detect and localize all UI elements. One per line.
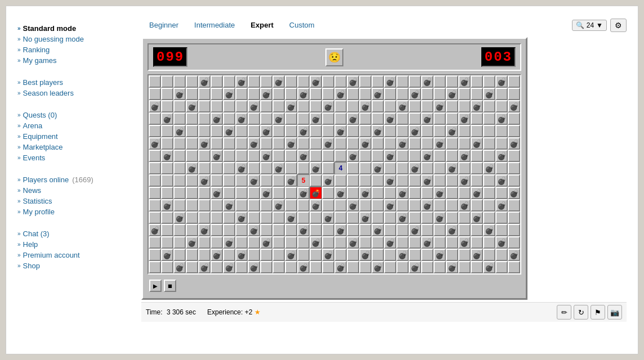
ms-cell[interactable] — [458, 137, 471, 150]
ms-cell[interactable] — [211, 75, 223, 88]
ms-cell[interactable] — [483, 174, 495, 187]
sidebar-item-ranking[interactable]: » Ranking — [17, 44, 130, 55]
ms-cell[interactable] — [384, 137, 396, 150]
ms-cell[interactable] — [211, 162, 223, 174]
ms-cell[interactable] — [334, 75, 347, 88]
ms-cell[interactable] — [372, 187, 384, 199]
ms-cell[interactable]: 💣 — [409, 224, 421, 236]
ms-cell[interactable]: 💣 — [260, 125, 272, 137]
ms-cell[interactable]: 💣 — [322, 100, 334, 112]
ms-cell[interactable] — [248, 199, 260, 212]
ms-cell[interactable]: 💣 — [458, 174, 471, 187]
ms-cell[interactable]: 💣 — [495, 150, 508, 162]
ms-cell[interactable] — [223, 187, 235, 199]
ms-cell[interactable] — [359, 174, 372, 187]
ms-cell[interactable] — [495, 100, 508, 112]
ms-cell[interactable] — [272, 224, 285, 236]
ms-cell[interactable] — [149, 162, 161, 174]
ms-cell[interactable] — [334, 249, 347, 261]
ms-cell[interactable]: 💣 — [446, 224, 458, 236]
ms-cell[interactable]: 💣 — [285, 174, 297, 187]
ms-cell[interactable] — [260, 249, 272, 261]
ms-cell[interactable] — [458, 100, 471, 112]
ms-cell[interactable] — [223, 137, 235, 150]
ms-cell[interactable] — [347, 174, 359, 187]
ms-cell[interactable] — [248, 249, 260, 261]
ms-cell[interactable]: 💣 — [322, 174, 334, 187]
ms-cell[interactable] — [347, 187, 359, 199]
ms-cell[interactable] — [334, 112, 347, 125]
ms-cell[interactable]: 💣 — [384, 174, 396, 187]
ms-cell[interactable] — [211, 212, 223, 224]
ms-cell[interactable] — [483, 100, 495, 112]
ms-cell[interactable] — [471, 75, 483, 88]
ms-cell[interactable]: 💣 — [495, 75, 508, 88]
ms-cell[interactable]: 💣 — [372, 125, 384, 137]
ms-cell[interactable] — [372, 199, 384, 212]
ms-cell[interactable] — [186, 75, 198, 88]
sidebar-item-season-leaders[interactable]: » Season leaders — [17, 88, 130, 98]
ms-cell[interactable] — [334, 212, 347, 224]
ms-cell[interactable] — [433, 224, 446, 236]
ms-cell[interactable] — [310, 150, 322, 162]
ms-cell[interactable] — [272, 261, 285, 273]
sidebar-item-quests[interactable]: » Quests (0) — [17, 110, 130, 120]
ms-cell[interactable] — [446, 236, 458, 249]
ms-cell[interactable] — [260, 137, 272, 150]
ms-cell[interactable] — [272, 125, 285, 137]
ms-cell[interactable] — [297, 199, 310, 212]
ms-cell[interactable] — [223, 162, 235, 174]
ms-cell[interactable]: 💣 — [458, 112, 471, 125]
ms-cell[interactable] — [161, 88, 173, 100]
ms-cell[interactable] — [508, 150, 520, 162]
ms-cell[interactable] — [223, 112, 235, 125]
ms-cell[interactable] — [322, 125, 334, 137]
ms-cell[interactable] — [384, 261, 396, 273]
sidebar-item-equipment[interactable]: » Equipment — [17, 131, 130, 142]
ms-cell[interactable] — [483, 112, 495, 125]
ms-cell[interactable] — [149, 125, 161, 137]
ms-cell[interactable] — [211, 199, 223, 212]
ms-cell[interactable] — [272, 137, 285, 150]
ms-cell[interactable] — [446, 174, 458, 187]
ms-cell[interactable] — [310, 249, 322, 261]
ms-cell[interactable] — [149, 150, 161, 162]
ms-cell[interactable] — [260, 199, 272, 212]
ms-cell[interactable]: 💣 — [198, 261, 211, 273]
ms-cell[interactable] — [223, 75, 235, 88]
ms-cell[interactable]: 💣 — [433, 249, 446, 261]
ms-cell[interactable] — [173, 236, 186, 249]
ms-cell[interactable] — [384, 88, 396, 100]
ms-cell[interactable] — [310, 137, 322, 150]
ms-cell[interactable] — [421, 125, 433, 137]
ms-cell[interactable] — [334, 199, 347, 212]
ms-cell[interactable] — [334, 236, 347, 249]
ms-cell[interactable] — [372, 150, 384, 162]
ms-cell[interactable] — [235, 100, 248, 112]
ms-cell[interactable] — [359, 236, 372, 249]
ms-cell[interactable] — [421, 88, 433, 100]
ms-cell[interactable] — [458, 88, 471, 100]
ms-cell[interactable]: 💣 — [446, 261, 458, 273]
tab-custom[interactable]: Custom — [281, 17, 323, 33]
ms-cell[interactable] — [173, 249, 186, 261]
ms-cell[interactable] — [211, 100, 223, 112]
ms-cell[interactable] — [421, 137, 433, 150]
ms-cell[interactable] — [198, 249, 211, 261]
ms-cell[interactable]: 💣 — [149, 100, 161, 112]
ms-cell[interactable]: 💣 — [334, 187, 347, 199]
ms-cell[interactable]: 4 — [334, 162, 347, 174]
ms-cell[interactable] — [446, 112, 458, 125]
ms-cell[interactable]: 💣 — [421, 75, 433, 88]
ms-cell[interactable] — [173, 75, 186, 88]
ms-cell[interactable] — [508, 75, 520, 88]
ms-cell[interactable]: 💣 — [471, 249, 483, 261]
ms-cell[interactable]: 💣 — [446, 88, 458, 100]
ms-cell[interactable]: 💣 — [198, 224, 211, 236]
ms-cell[interactable] — [260, 174, 272, 187]
ms-cell[interactable]: 💣 — [223, 88, 235, 100]
ms-cell[interactable]: 💣 — [495, 199, 508, 212]
ms-cell[interactable]: 💣 — [458, 236, 471, 249]
ms-cell[interactable] — [359, 112, 372, 125]
ms-cell[interactable]: 💣 — [260, 187, 272, 199]
